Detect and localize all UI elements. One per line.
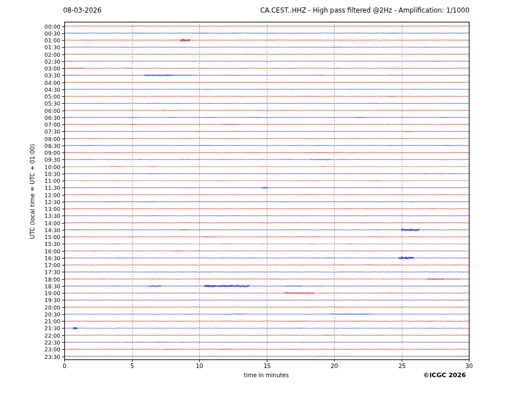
helicorder-figure: 08-03-2026 CA.CEST..HHZ - High pass filt…	[0, 0, 532, 399]
date-title: 08-03-2026	[63, 6, 102, 14]
station-title: CA.CEST..HHZ - High pass filtered @2Hz -…	[260, 6, 469, 14]
y-axis-label: UTC (local time = UTC + 01:00)	[29, 144, 36, 239]
x-axis-label: time in minutes	[244, 372, 289, 378]
helicorder-plot-canvas	[0, 0, 532, 399]
copyright-label: ©ICGC 2026	[423, 371, 466, 379]
